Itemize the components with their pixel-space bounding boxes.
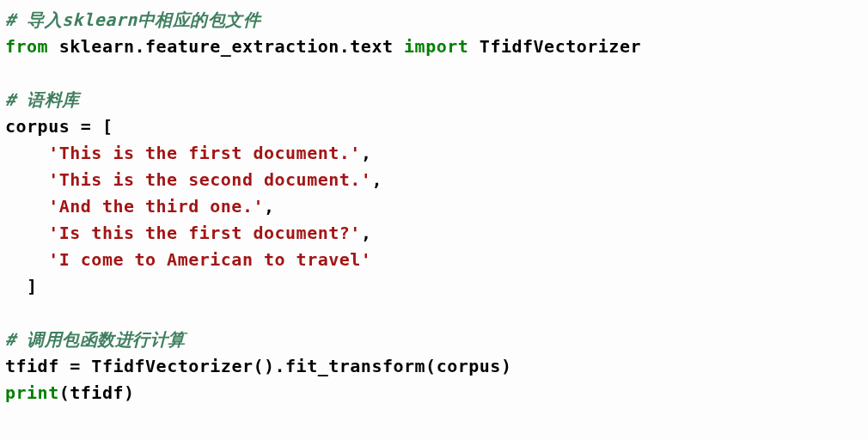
indent (5, 249, 48, 270)
code-line: # 导入sklearn中相应的包文件 (5, 9, 260, 30)
call-args: (tfidf) (59, 382, 135, 403)
operator: = (70, 116, 102, 137)
string-literal: 'This is the second document.' (48, 169, 371, 190)
variable: corpus (5, 116, 70, 137)
indent (5, 276, 27, 296)
comment: # 调用包函数进行计算 (5, 329, 186, 350)
code-line: corpus = [ (5, 116, 113, 137)
comment: # 导入sklearn中相应的包文件 (5, 9, 260, 30)
code-line: # 语料库 (5, 89, 80, 110)
builtin-print: print (5, 382, 59, 403)
code-line: 'This is the second document.', (5, 169, 382, 190)
code-line: # 调用包函数进行计算 (5, 329, 186, 350)
variable: tfidf (5, 356, 59, 376)
code-line: 'And the third one.', (5, 196, 275, 217)
string-literal: 'And the third one.' (48, 196, 264, 217)
string-literal: 'This is the first document.' (48, 143, 361, 163)
code-line: tfidf = TfidfVectorizer().fit_transform(… (5, 356, 511, 376)
call-expression: TfidfVectorizer().fit_transform(corpus) (91, 356, 511, 376)
keyword-import: import (404, 36, 468, 57)
comma: , (371, 169, 382, 190)
comma: , (361, 223, 372, 243)
keyword-from: from (5, 36, 48, 57)
operator: = (59, 356, 92, 376)
code-line: ] (5, 276, 38, 296)
code-line: from sklearn.feature_extraction.text imp… (5, 36, 641, 57)
code-line: 'Is this the first document?', (5, 223, 371, 243)
code-line: 'I come to American to travel' (5, 249, 371, 270)
code-line: print(tfidf) (5, 382, 135, 403)
code-line: 'This is the first document.', (5, 143, 371, 163)
import-name: TfidfVectorizer (480, 36, 641, 57)
comment: # 语料库 (5, 89, 80, 110)
string-literal: 'I come to American to travel' (48, 249, 371, 270)
indent (5, 223, 48, 243)
indent (5, 143, 48, 163)
bracket-close: ] (27, 276, 38, 296)
comma: , (264, 196, 275, 217)
indent (5, 169, 48, 190)
bracket-open: [ (102, 116, 113, 137)
comma: , (361, 143, 372, 163)
code-block: # 导入sklearn中相应的包文件 from sklearn.feature_… (5, 7, 863, 406)
indent (5, 196, 48, 217)
string-literal: 'Is this the first document?' (48, 223, 361, 243)
module-name: sklearn.feature_extraction.text (59, 36, 394, 57)
